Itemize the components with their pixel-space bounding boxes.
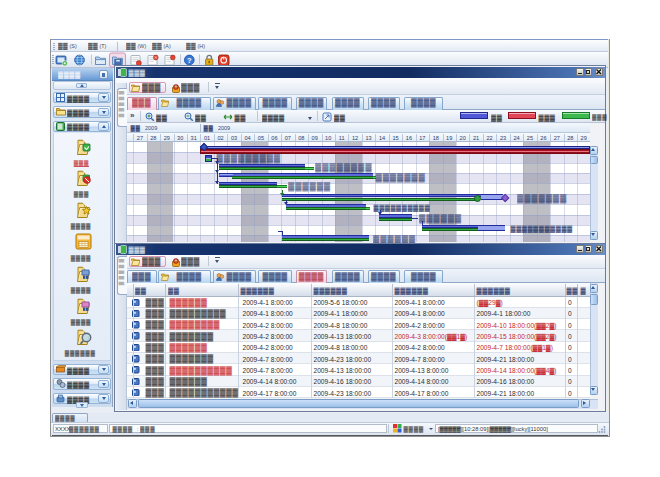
svg-text:?: ? xyxy=(187,56,192,65)
